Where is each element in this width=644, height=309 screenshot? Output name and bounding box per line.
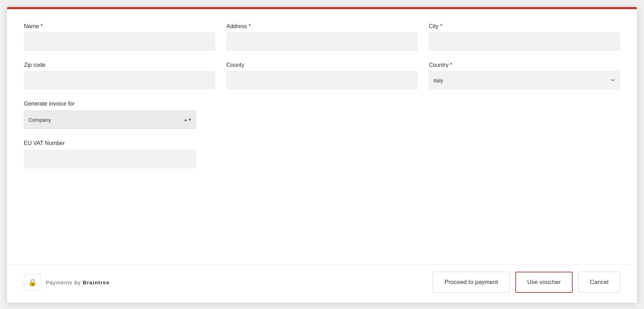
braintree-brand: Braintree	[83, 279, 110, 285]
proceed-to-payment-button[interactable]: Proceed to payment	[433, 272, 509, 293]
modal-container: Name * Address * City * Zip code County	[7, 7, 637, 303]
address-group: Address *	[226, 23, 418, 51]
eu-vat-input-container	[24, 150, 196, 168]
invoice-select-wrapper: Company Individual None ▲▼	[24, 111, 196, 129]
country-group: Country * Italy United States United Kin…	[429, 62, 620, 89]
city-label: City *	[429, 23, 620, 30]
country-label: Country *	[429, 62, 620, 68]
modal-body: Name * Address * City * Zip code County	[7, 9, 637, 264]
name-input[interactable]	[24, 32, 215, 51]
city-group: City *	[429, 23, 620, 51]
zip-group: Zip code	[24, 62, 215, 89]
city-input[interactable]	[429, 32, 620, 51]
county-group: County	[226, 62, 418, 89]
footer-buttons: Proceed to payment Use voucher Cancel	[433, 272, 620, 293]
country-select[interactable]: Italy United States United Kingdom Franc…	[429, 71, 620, 89]
eu-vat-input[interactable]	[24, 150, 196, 168]
form-row-1: Name * Address * City *	[24, 23, 620, 51]
generate-invoice-section: Generate invoice for Company Individual …	[24, 101, 620, 129]
use-voucher-button[interactable]: Use voucher	[515, 272, 573, 293]
address-label: Address *	[226, 23, 418, 30]
lock-icon: 🔒	[28, 278, 37, 286]
invoice-select-container: Company Individual None ▲▼	[24, 111, 196, 129]
modal-footer: 🔒 Payments by Braintree Proceed to payme…	[7, 264, 637, 303]
zip-input[interactable]	[24, 71, 215, 89]
eu-vat-label: EU VAT Number	[24, 140, 620, 146]
top-bar-accent	[7, 7, 637, 9]
county-label: County	[226, 62, 418, 68]
braintree-text: Payments by Braintree	[46, 279, 110, 285]
form-row-2: Zip code County Country * Italy United S…	[24, 62, 620, 89]
generate-invoice-label: Generate invoice for	[24, 101, 620, 107]
cancel-button[interactable]: Cancel	[578, 272, 620, 293]
braintree-info: 🔒 Payments by Braintree	[24, 274, 110, 291]
generate-invoice-select[interactable]: Company Individual None	[24, 111, 196, 129]
address-input[interactable]	[226, 32, 418, 51]
lock-icon-box: 🔒	[24, 274, 41, 291]
eu-vat-section: EU VAT Number	[24, 140, 620, 168]
county-input[interactable]	[226, 71, 418, 89]
zip-label: Zip code	[24, 62, 215, 68]
name-label: Name *	[24, 23, 215, 30]
name-group: Name *	[24, 23, 215, 51]
payments-by-text: Payments by	[46, 279, 83, 285]
